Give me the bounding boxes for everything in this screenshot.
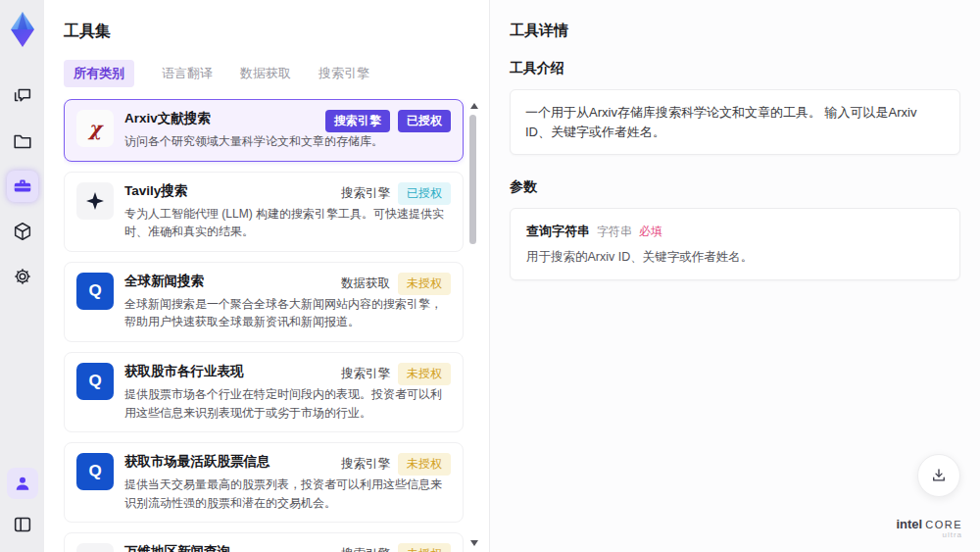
category-badge: 搜索引擎 [325, 110, 390, 132]
tab-all-categories[interactable]: 所有类别 [64, 60, 134, 87]
status-badge: 未授权 [398, 363, 451, 385]
tool-card-regional-news[interactable]: 万维地区新闻查询 搜索引擎 未授权 查询具体行政区划内的新闻，快速了解各地新闻动 [64, 532, 464, 552]
tool-name: 万维地区新闻查询 [124, 543, 230, 552]
tool-name: 获取股市各行业表现 [124, 363, 244, 380]
parameter-card: 查询字符串 字符串 必填 用于搜索的Arxiv ID、关键字或作者姓名。 [510, 208, 960, 280]
card-body: 获取股市各行业表现 搜索引擎 未授权 提供股票市场各个行业在特定时间段内的表现。… [124, 363, 451, 422]
status-badge: 已授权 [398, 110, 451, 132]
user-icon[interactable] [7, 468, 38, 499]
intel-core-logo: intelcore ultra [896, 515, 962, 540]
download-button[interactable] [917, 454, 960, 497]
folder-icon[interactable] [7, 125, 38, 157]
param-name: 查询字符串 [526, 223, 590, 240]
tool-description: 提供当天交易量最高的股票列表，投资者可以利用这些信息来识别流动性强的股票和潜在的… [124, 476, 451, 512]
category-label: 数据获取 [341, 276, 390, 292]
tool-list: χ Arxiv文献搜索 搜索引擎 已授权 访问各个研究领域大量科学论文和文章的存… [64, 99, 479, 552]
tool-list-panel: 工具集 所有类别 语言翻译 数据获取 搜索引擎 χ Arxiv文献搜索 搜索引擎… [44, 0, 490, 552]
sidebar-nav [7, 80, 38, 292]
param-description: 用于搜索的Arxiv ID、关键字或作者姓名。 [526, 249, 944, 266]
news-q-icon: Q [76, 273, 114, 310]
building-icon [76, 543, 114, 552]
tavily-icon [76, 182, 114, 220]
chat-icon[interactable] [7, 80, 38, 112]
tool-card-tavily[interactable]: Tavily搜索 搜索引擎 已授权 专为人工智能代理 (LLM) 构建的搜索引擎… [64, 172, 464, 252]
tab-data-fetch[interactable]: 数据获取 [240, 60, 291, 87]
card-body: 获取市场最活跃股票信息 搜索引擎 未授权 提供当天交易量最高的股票列表，投资者可… [124, 453, 451, 512]
panel-toggle-icon[interactable] [7, 509, 38, 540]
detail-title: 工具详情 [510, 22, 960, 40]
category-label: 搜索引擎 [341, 456, 390, 473]
tool-description: 全球新闻搜索是一个聚合全球各大新闻网站内容的搜索引擎，帮助用户快速获取全球最新资… [124, 295, 451, 331]
category-label: 搜索引擎 [341, 546, 390, 552]
status-badge: 未授权 [398, 543, 451, 552]
page-title: 工具集 [64, 22, 479, 42]
brand-intel: intel [896, 517, 922, 531]
status-badge: 已授权 [398, 182, 451, 205]
app-logo-icon [5, 8, 40, 51]
card-body: 万维地区新闻查询 搜索引擎 未授权 查询具体行政区划内的新闻，快速了解各地新闻动 [124, 543, 451, 552]
toolbox-icon[interactable] [7, 171, 38, 202]
tool-name: Arxiv文献搜索 [124, 110, 211, 127]
tool-card-arxiv[interactable]: χ Arxiv文献搜索 搜索引擎 已授权 访问各个研究领域大量科学论文和文章的存… [64, 99, 464, 162]
card-body: 全球新闻搜索 数据获取 未授权 全球新闻搜索是一个聚合全球各大新闻网站内容的搜索… [124, 273, 451, 331]
settings-gear-icon[interactable] [7, 261, 38, 292]
category-label: 搜索引擎 [341, 366, 390, 382]
category-label: 搜索引擎 [341, 185, 390, 202]
category-tabs: 所有类别 语言翻译 数据获取 搜索引擎 [64, 60, 479, 87]
news-q-icon: Q [76, 453, 114, 490]
tool-card-global-news[interactable]: Q 全球新闻搜索 数据获取 未授权 全球新闻搜索是一个聚合全球各大新闻网站内容的… [64, 262, 464, 342]
scroll-up-arrow-icon[interactable] [470, 103, 478, 109]
brand-ultra: ultra [896, 531, 962, 540]
param-required-flag: 必填 [639, 224, 662, 240]
tool-card-active-stocks[interactable]: Q 获取市场最活跃股票信息 搜索引擎 未授权 提供当天交易量最高的股票列表，投资… [64, 442, 464, 523]
tool-name: 获取市场最活跃股票信息 [124, 453, 270, 471]
tool-name: 全球新闻搜索 [124, 273, 204, 290]
card-body: Tavily搜索 搜索引擎 已授权 专为人工智能代理 (LLM) 构建的搜索引擎… [124, 182, 451, 241]
status-badge: 未授权 [398, 453, 451, 476]
news-q-icon: Q [76, 363, 114, 400]
tool-card-stock-sectors[interactable]: Q 获取股市各行业表现 搜索引擎 未授权 提供股票市场各个行业在特定时间段内的表… [64, 352, 464, 432]
scrollbar-thumb[interactable] [469, 115, 476, 244]
params-heading: 参数 [510, 178, 960, 196]
sidebar-bottom-nav [7, 468, 38, 540]
sidebar [0, 0, 44, 552]
brand-core: core [925, 519, 962, 530]
scroll-down-arrow-icon[interactable] [470, 540, 478, 546]
tab-search-engine[interactable]: 搜索引擎 [318, 60, 369, 87]
tool-description: 专为人工智能代理 (LLM) 构建的搜索引擎工具。可快速提供实时、准确和真实的结… [124, 205, 451, 241]
card-body: Arxiv文献搜索 搜索引擎 已授权 访问各个研究领域大量科学论文和文章的存储库… [124, 110, 451, 151]
tool-description: 访问各个研究领域大量科学论文和文章的存储库。 [124, 132, 451, 151]
list-scrollbar[interactable] [467, 99, 479, 548]
arxiv-icon: χ [76, 110, 114, 147]
tool-detail-panel: 工具详情 工具介绍 一个用于从Arxiv存储库搜索科学论文和文章的工具。 输入可… [490, 0, 980, 552]
package-icon[interactable] [7, 216, 38, 247]
param-type: 字符串 [597, 224, 632, 240]
tool-name: Tavily搜索 [124, 182, 187, 200]
status-badge: 未授权 [398, 273, 451, 295]
tool-intro-box: 一个用于从Arxiv存储库搜索科学论文和文章的工具。 输入可以是Arxiv ID… [510, 89, 960, 155]
tab-language-translation[interactable]: 语言翻译 [162, 60, 213, 87]
intro-heading: 工具介绍 [510, 60, 960, 77]
app-window: 工具集 所有类别 语言翻译 数据获取 搜索引擎 χ Arxiv文献搜索 搜索引擎… [0, 0, 980, 552]
tool-description: 提供股票市场各个行业在特定时间段内的表现。投资者可以利用这些信息来识别表现优于或… [124, 385, 451, 422]
